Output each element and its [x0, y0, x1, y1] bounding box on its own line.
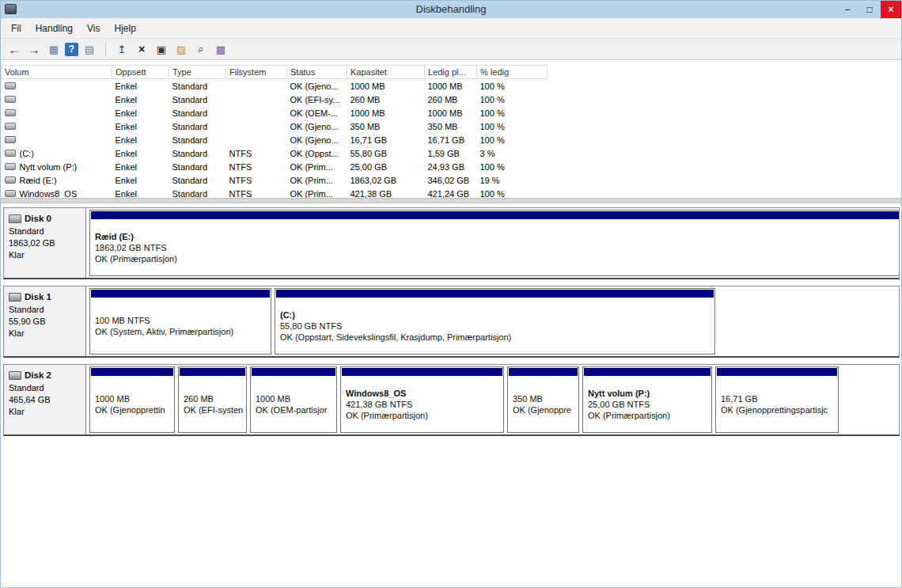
volume-cell: 1000 MB: [425, 106, 477, 119]
partition[interactable]: Nytt volum (P:)25,00 GB NTFSOK (Primærpa…: [582, 366, 712, 433]
partition-details: 1000 MBOK (OEM-partisjor: [251, 376, 336, 432]
partition-type-bar: [276, 290, 714, 298]
properties-icon[interactable]: ▣: [153, 41, 170, 57]
volume-cell: 16,71 GB: [425, 133, 477, 146]
disk-graph-pane: Disk 0Standard1863,02 GBKlarRæid (E:)186…: [1, 203, 901, 587]
volume-row[interactable]: Windows8_OSEnkelStandardNTFSOK (Prim...4…: [2, 187, 548, 198]
partition[interactable]: Ræid (E:)1863,02 GB NTFSOK (Primærpartis…: [89, 210, 899, 276]
partition-name: Ræid (E:): [95, 231, 899, 242]
partition[interactable]: 350 MBOK (Gjenoppre: [507, 366, 579, 433]
partition-details: Nytt volum (P:)25,00 GB NTFSOK (Primærpa…: [583, 376, 711, 432]
volume-cell: 1000 MB: [425, 79, 477, 93]
close-button[interactable]: ×: [881, 1, 901, 18]
volume-icon: [5, 109, 16, 116]
volume-cell: [226, 93, 287, 106]
disk-detail: Klar: [9, 328, 81, 340]
volume-row[interactable]: EnkelStandardOK (Gjeno...1000 MB1000 MB1…: [2, 79, 548, 93]
volume-cell: Standard: [169, 79, 226, 93]
menu-fil[interactable]: Fil: [4, 21, 28, 36]
volume-cell: OK (Gjeno...: [287, 79, 347, 93]
volume-row[interactable]: EnkelStandardOK (EFI-sy...260 MB260 MB10…: [2, 93, 548, 106]
column-header-type[interactable]: Type: [169, 66, 226, 79]
window-title: Diskbehandling: [1, 3, 901, 15]
volume-name: (C:): [20, 149, 34, 158]
open-folder-icon[interactable]: ▨: [172, 41, 190, 57]
volume-cell: Standard: [169, 133, 226, 146]
volume-row[interactable]: (C:)EnkelStandardNTFSOK (Oppst...55,80 G…: [2, 146, 548, 160]
volume-cell: 100 %: [477, 187, 548, 198]
disk-info-panel[interactable]: Disk 0Standard1863,02 GBKlar: [4, 208, 86, 278]
volume-cell: Enkel: [112, 146, 169, 160]
volume-row[interactable]: EnkelStandardOK (Gjeno...350 MB350 MB100…: [2, 119, 548, 133]
partition[interactable]: 100 MB NTFSOK (System, Aktiv, Primærpart…: [89, 288, 271, 355]
help-icon[interactable]: ?: [65, 43, 78, 56]
find-icon[interactable]: ⌕: [192, 41, 210, 57]
pane-splitter[interactable]: [1, 198, 901, 203]
volume-cell: Enkel: [112, 133, 169, 146]
export-list-icon[interactable]: ↥: [113, 41, 131, 57]
partition-details: 350 MBOK (Gjenoppre: [508, 376, 578, 432]
volume-cell: 100 %: [477, 106, 548, 119]
volume-name: Nytt volum (P:): [20, 162, 78, 172]
volume-cell: [226, 79, 287, 93]
column-header-kapasitet[interactable]: Kapasitet: [347, 66, 425, 79]
partition[interactable]: 1000 MBOK (Gjenopprettin: [89, 366, 175, 433]
partition-details: 1000 MBOK (Gjenopprettin: [90, 376, 174, 432]
volume-cell: [226, 119, 287, 133]
partition-type-bar: [91, 211, 899, 219]
partition-area: 100 MB NTFSOK (System, Aktiv, Primærpart…: [86, 286, 899, 356]
disk-label: Disk 0: [25, 214, 51, 223]
menu-vis[interactable]: Vis: [80, 21, 107, 36]
column-header-ledigpl[interactable]: Ledig pl...: [425, 66, 477, 79]
maximize-button[interactable]: □: [858, 1, 881, 18]
partition[interactable]: 16,71 GBOK (Gjenopprettingspartisjc: [715, 366, 839, 433]
volume-cell: Enkel: [112, 106, 169, 119]
column-header-oppsett[interactable]: Oppsett: [112, 66, 169, 79]
column-header-filsystem[interactable]: Filsystem: [226, 66, 287, 79]
disk-detail: Klar: [9, 406, 81, 418]
disk-title: Disk 1: [9, 292, 81, 302]
volume-cell: 100 %: [477, 79, 548, 93]
volume-row[interactable]: Nytt volum (P:)EnkelStandardNTFSOK (Prim…: [2, 160, 548, 173]
disk-info-panel[interactable]: Disk 2Standard465,64 GBKlar: [4, 365, 86, 434]
partition-type-bar: [342, 368, 502, 376]
volume-cell: 346,02 GB: [425, 173, 477, 187]
volume-cell: 1000 MB: [347, 79, 425, 93]
column-header-status[interactable]: Status: [287, 66, 347, 79]
volume-cell: 421,24 GB: [425, 187, 477, 198]
menu-handling[interactable]: Handling: [28, 21, 80, 36]
partition[interactable]: Windows8_OS421,38 GB NTFSOK (Primærparti…: [340, 366, 504, 433]
volume-row[interactable]: Ræid (E:)EnkelStandardNTFSOK (Prim...186…: [2, 173, 548, 187]
title-bar[interactable]: Diskbehandling – □ ×: [1, 1, 901, 18]
volume-row[interactable]: EnkelStandardOK (OEM-...1000 MB1000 MB10…: [2, 106, 548, 119]
disk-detail: Standard: [9, 382, 81, 394]
options-icon[interactable]: ▩: [212, 41, 229, 57]
disk-info-panel[interactable]: Disk 1Standard55,90 GBKlar: [4, 286, 86, 356]
menu-hjelp[interactable]: Hjelp: [108, 21, 143, 36]
minimize-button[interactable]: –: [836, 1, 858, 18]
delete-icon[interactable]: ×: [133, 41, 150, 57]
partition[interactable]: (C:)55,80 GB NTFSOK (Oppstart, Sideveksl…: [275, 288, 715, 355]
forward-icon[interactable]: →: [25, 41, 43, 57]
volume-row[interactable]: EnkelStandardOK (Gjeno...16,71 GB16,71 G…: [2, 133, 548, 146]
volume-cell: 100 %: [477, 160, 548, 173]
volume-cell: OK (Oppst...: [287, 146, 347, 160]
list-view-icon[interactable]: ▤: [81, 41, 98, 57]
partition-line: 100 MB NTFS: [95, 315, 266, 326]
back-icon[interactable]: ←: [6, 41, 23, 57]
partition[interactable]: 260 MBOK (EFI-systen: [178, 366, 247, 433]
partition[interactable]: 1000 MBOK (OEM-partisjor: [250, 366, 337, 433]
volume-cell: Enkel: [112, 79, 169, 93]
volume-cell: 100 %: [477, 119, 548, 133]
volume-list-pane: VolumOppsettTypeFilsystemStatusKapasitet…: [1, 60, 901, 198]
volume-icon: [5, 82, 16, 89]
show-console-tree-icon[interactable]: ▦: [45, 41, 63, 57]
volume-cell: 24,93 GB: [425, 160, 477, 173]
column-header-ledig[interactable]: % ledig: [477, 66, 548, 79]
volume-cell: 350 MB: [425, 119, 477, 133]
volume-cell: Standard: [169, 187, 226, 198]
volume-cell: Standard: [169, 160, 226, 173]
volume-table-body: EnkelStandardOK (Gjeno...1000 MB1000 MB1…: [2, 79, 548, 199]
column-header-volum[interactable]: Volum: [2, 66, 112, 79]
partition-line: OK (Gjenopprettingspartisjc: [721, 404, 833, 415]
